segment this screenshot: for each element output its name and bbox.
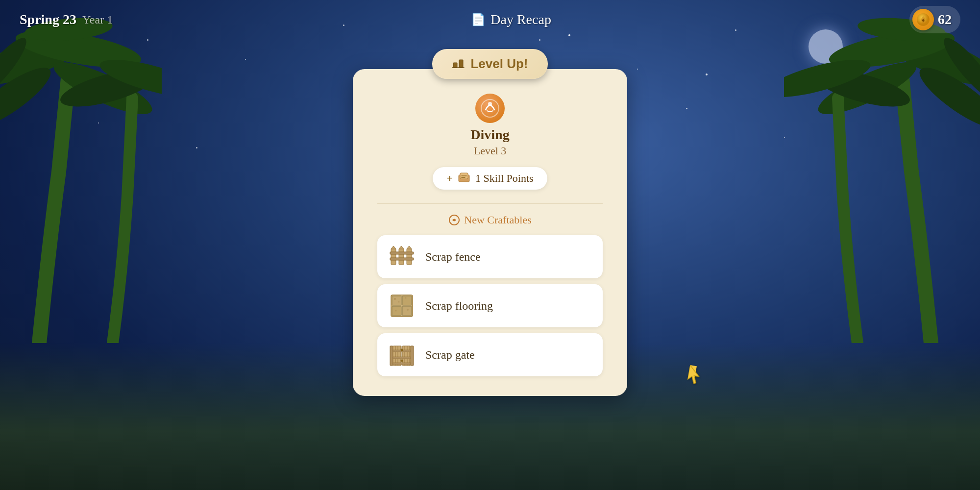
craftable-item-flooring: Scrap flooring [377,284,603,327]
svg-marker-28 [399,246,404,249]
svg-rect-34 [392,296,401,305]
svg-text:♦: ♦ [922,17,925,24]
skill-points-icon [458,172,470,185]
palm-tree-left [0,0,162,343]
svg-rect-19 [459,60,463,68]
svg-point-40 [405,297,407,299]
cursor [688,365,697,378]
svg-point-41 [407,309,409,311]
main-card: Diving Level 3 + 1 Skill Points [353,69,627,396]
svg-marker-26 [391,246,396,249]
svg-rect-29 [407,249,412,265]
svg-rect-25 [391,249,396,265]
scrap-gate-label: Scrap gate [425,348,475,362]
header-left: Spring 23 Year 1 [20,12,113,27]
svg-rect-32 [390,258,414,260]
season-label: Spring 23 [20,12,76,27]
skill-points-plus: + [446,172,453,185]
scrap-fence-label: Scrap fence [425,250,481,264]
coin-amount: 62 [938,12,952,27]
svg-rect-27 [399,249,404,265]
header: Spring 23 Year 1 📄 Day Recap ♦ [0,0,980,39]
svg-point-56 [401,349,403,351]
divider [377,203,603,204]
svg-marker-58 [687,365,701,384]
scrap-gate-icon [387,340,416,369]
header-center: 📄 Day Recap [471,12,551,27]
content-wrapper: Level Up! Diving Level 3 + [353,49,627,396]
skill-points-number: 1 Skill Points [475,172,534,185]
day-recap-title: Day Recap [490,12,551,27]
svg-point-38 [394,298,396,300]
scrap-fence-icon [387,242,416,271]
svg-point-21 [488,102,492,106]
coin-badge: ♦ 62 [909,6,960,33]
svg-rect-31 [390,252,414,254]
svg-rect-44 [411,346,414,366]
palm-tree-right [784,0,980,343]
doc-icon: 📄 [471,13,486,26]
scrap-flooring-icon [387,291,416,320]
svg-point-39 [398,301,400,303]
skill-points-badge: + 1 Skill Points [433,167,547,190]
craftables-label: New Craftables [448,214,531,226]
craftable-item-gate: Scrap gate [377,333,603,376]
svg-rect-54 [393,357,411,359]
skill-title: Diving [470,127,509,143]
svg-rect-18 [453,63,457,68]
svg-rect-43 [390,346,393,366]
svg-rect-35 [402,296,412,305]
svg-marker-30 [407,246,412,249]
svg-point-42 [395,310,397,312]
coin-icon: ♦ [912,9,934,30]
svg-point-57 [401,360,403,362]
header-right: ♦ 62 [909,6,960,33]
level-up-button[interactable]: Level Up! [432,49,547,79]
scrap-flooring-label: Scrap flooring [425,299,493,313]
svg-rect-55 [393,363,411,365]
svg-rect-37 [402,306,412,316]
level-up-label: Level Up! [470,56,528,72]
level-up-icon [452,56,465,72]
skill-level: Level 3 [474,145,507,157]
svg-rect-36 [392,306,401,316]
craftable-item-fence: Scrap fence [377,235,603,278]
skill-icon [475,94,505,123]
year-label: Year 1 [82,13,113,26]
